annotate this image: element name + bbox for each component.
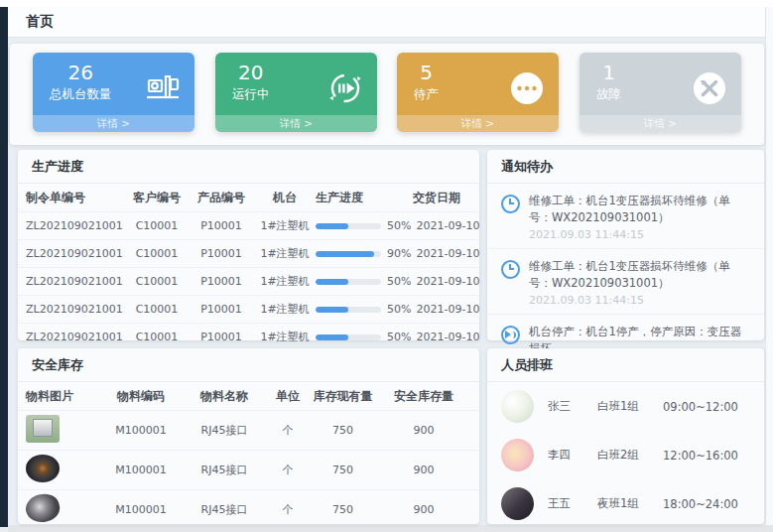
- shift-time: 12:00~16:00: [663, 449, 738, 463]
- customer-cell: C10001: [125, 303, 189, 316]
- notification-timestamp: 2021.09.03 11:44:15: [529, 228, 752, 241]
- product-cell: P10001: [189, 219, 254, 232]
- card-detail-link[interactable]: 详情 >: [215, 115, 377, 132]
- card-label: 故障: [596, 85, 621, 102]
- shift-group: 白班2组: [597, 448, 663, 463]
- stock-table-row: M100001 RJ45接口 个 750 900: [18, 489, 479, 529]
- col-current-stock: 库存现有量: [312, 388, 374, 405]
- progress-cell: 50%: [316, 275, 411, 288]
- material-name-cell: RJ45接口: [185, 463, 264, 477]
- customer-cell: C10001: [125, 275, 189, 288]
- card-value: 1: [596, 61, 621, 85]
- col-progress: 生产进度: [316, 190, 400, 206]
- shift-group: 夜班1组: [597, 496, 663, 511]
- card-fault-text: 1 故障: [596, 61, 621, 102]
- card-total-machines-text: 26 总机台数量: [50, 61, 112, 102]
- notifications-panel: 通知待办 维修工单：机台1变压器损坏待维修（单号：WX202109031001）…: [487, 150, 764, 340]
- card-value: 26: [50, 61, 112, 85]
- progress-cell: 50%: [316, 219, 411, 232]
- material-photo: [26, 455, 60, 482]
- progress-cell: 50%: [316, 331, 411, 343]
- collapsed-sidebar-strip: [0, 7, 8, 527]
- schedule-row: 张三 白班1组 09:00~12:00: [487, 382, 764, 431]
- order-no-cell: ZL202109021001: [26, 247, 125, 260]
- production-table-header: 制令单编号 客户编号 产品编号 机台 生产进度 交货日期: [18, 184, 479, 211]
- notification-item[interactable]: 维修工单：机台1变压器损坏待维修（单号：WX202109031001） 2021…: [487, 184, 764, 248]
- card-label: 待产: [414, 85, 439, 102]
- due-date-cell: 2021-09-10: [411, 331, 484, 343]
- material-code-cell: M100001: [97, 464, 185, 476]
- progress-bar-fill: [316, 251, 374, 257]
- progress-bar-track: [316, 223, 381, 229]
- card-detail-link[interactable]: 详情 >: [33, 115, 194, 132]
- ellipsis-icon: [508, 69, 546, 107]
- personnel-schedule-panel: 人员排班 张三 白班1组 09:00~12:00 李四 白班2组 12:00~1…: [487, 348, 764, 524]
- repair-tools-icon: [691, 69, 728, 107]
- material-code-cell: M100001: [97, 503, 185, 516]
- vertical-scrollbar[interactable]: [765, 7, 773, 525]
- schedule-row: 王五 夜班1组 18:00~24:00: [487, 479, 764, 528]
- progress-bar-track: [316, 279, 381, 285]
- window-top-strip: [0, 0, 773, 7]
- production-progress-title: 生产进度: [18, 150, 479, 184]
- person-name: 李四: [548, 448, 597, 463]
- material-photo: [26, 415, 60, 443]
- col-due-date: 交货日期: [400, 190, 473, 206]
- notification-text: 维修工单：机台1变压器损坏待维修（单号：WX202109031001）: [529, 193, 752, 226]
- unit-cell: 个: [264, 423, 312, 438]
- order-no-cell: ZL202109021001: [26, 331, 125, 343]
- production-progress-panel: 生产进度 制令单编号 客户编号 产品编号 机台 生产进度 交货日期 ZL2021…: [18, 150, 479, 340]
- col-product: 产品编号: [189, 190, 254, 206]
- machine-cell: 1#注塑机: [254, 246, 316, 261]
- card-total-machines[interactable]: 26 总机台数量 详情 >: [33, 53, 194, 132]
- material-image-cell: [26, 494, 97, 525]
- safety-stock-cell: 900: [374, 464, 473, 476]
- production-table-body: ZL202109021001 C10001 P10001 1#注塑机 50% 2…: [18, 211, 479, 350]
- notification-type-icon: [501, 195, 520, 213]
- product-cell: P10001: [189, 331, 254, 343]
- card-value: 5: [414, 61, 439, 85]
- card-fault[interactable]: 1 故障 详情 >: [580, 53, 741, 132]
- avatar: [501, 390, 534, 423]
- machine-cell: 1#注塑机: [254, 330, 316, 344]
- col-material-name: 物料名称: [185, 388, 264, 405]
- progress-percent-label: 50%: [387, 219, 411, 232]
- notification-type-icon: [501, 326, 520, 344]
- card-pending[interactable]: 5 待产 详情 >: [397, 53, 559, 132]
- progress-bar-track: [316, 251, 381, 257]
- notification-item[interactable]: 维修工单：机台1变压器损坏待维修（单号：WX202109031001） 2021…: [487, 248, 764, 314]
- tab-home[interactable]: 首页: [26, 13, 54, 31]
- due-date-cell: 2021-09-10: [411, 219, 484, 232]
- material-image-cell: [26, 455, 97, 485]
- card-running[interactable]: 20 运行中 详情 >: [215, 53, 377, 132]
- notifications-title: 通知待办: [487, 150, 764, 184]
- progress-bar-track: [316, 334, 381, 340]
- col-order-no: 制令单编号: [26, 190, 125, 206]
- production-table-row: ZL202109021001 C10001 P10001 1#注塑机 50% 2…: [18, 267, 479, 295]
- shift-group: 白班1组: [597, 399, 663, 414]
- due-date-cell: 2021-09-10: [411, 247, 484, 260]
- notification-type-icon: [501, 260, 520, 279]
- avatar: [501, 487, 534, 520]
- progress-percent-label: 50%: [387, 331, 411, 343]
- progress-cell: 50%: [316, 303, 411, 316]
- customer-cell: C10001: [125, 247, 189, 260]
- safety-stock-title: 安全库存: [18, 348, 479, 382]
- due-date-cell: 2021-09-10: [411, 275, 484, 288]
- product-cell: P10001: [189, 247, 254, 260]
- material-name-cell: RJ45接口: [185, 502, 264, 517]
- production-table-row: ZL202109021001 C10001 P10001 1#注塑机 50% 2…: [18, 295, 479, 323]
- progress-bar-fill: [316, 279, 348, 285]
- notification-body: 维修工单：机台1变压器损坏待维修（单号：WX202109031001） 2021…: [529, 258, 752, 307]
- tabs-bar: 首页: [8, 7, 765, 38]
- order-no-cell: ZL202109021001: [26, 219, 125, 232]
- stock-table-row: M100001 RJ45接口 个 750 900: [18, 410, 479, 450]
- material-name-cell: RJ45接口: [185, 423, 264, 438]
- card-pending-text: 5 待产: [414, 61, 439, 102]
- safety-stock-panel: 安全库存 物料图片 物料编码 物料名称 单位 库存现有量 安全库存量 M1000…: [18, 348, 479, 524]
- card-label: 总机台数量: [50, 85, 112, 102]
- material-photo: [23, 490, 63, 525]
- notification-body: 维修工单：机台1变压器损坏待维修（单号：WX202109031001） 2021…: [529, 193, 752, 241]
- card-detail-link[interactable]: 详情 >: [580, 115, 741, 132]
- card-detail-link[interactable]: 详情 >: [397, 115, 559, 132]
